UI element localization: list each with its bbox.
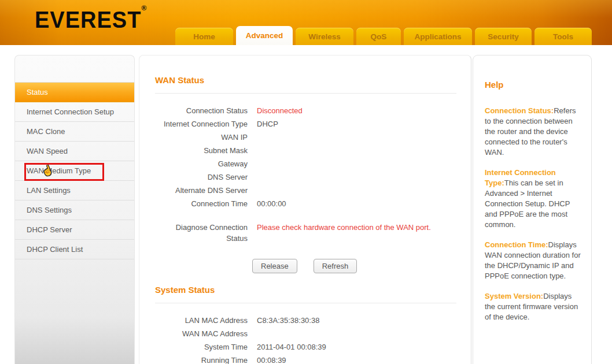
router-admin-page: EVEREST® Home Advanced Wireless QoS Appl…: [0, 0, 612, 364]
system-status-title: System Status: [155, 285, 456, 295]
sidebar-spacer: [15, 55, 134, 83]
tab-home[interactable]: Home: [175, 28, 233, 45]
help-entry-internet-connection-type: Internet Connection Type:This can be set…: [485, 168, 583, 230]
row-label: System Time: [155, 340, 248, 352]
tab-tools[interactable]: Tools: [534, 28, 592, 45]
header: EVEREST® Home Advanced Wireless QoS Appl…: [0, 0, 612, 45]
sidebar-item-lan-settings[interactable]: LAN Settings: [15, 181, 134, 200]
status-row-subnet-mask: Subnet Mask: [155, 144, 456, 157]
sidebar-item-wan-speed[interactable]: WAN Speed: [15, 142, 134, 161]
status-row-wan-mac: WAN MAC Address: [155, 327, 456, 340]
row-label: Internet Connection Type: [155, 117, 248, 129]
status-row-gateway: Gateway: [155, 157, 456, 170]
status-row-running-time: Running Time 00:08:39: [155, 354, 456, 364]
sidebar-item-status[interactable]: Status: [15, 83, 134, 102]
everest-logo: EVEREST®: [35, 3, 146, 34]
row-label: Subnet Mask: [155, 144, 248, 156]
diagnose-message: Please check hardware connection of the …: [257, 221, 431, 233]
help-entry-connection-status: Connection Status:Refers to the connecti…: [485, 106, 583, 158]
help-term: System Version:: [485, 292, 543, 300]
help-panel: Help Connection Status:Refers to the con…: [473, 55, 592, 364]
help-term: Connection Status:: [485, 106, 554, 115]
tab-qos[interactable]: QoS: [356, 28, 401, 45]
tab-applications[interactable]: Applications: [404, 28, 472, 45]
row-label: Running Time: [155, 354, 248, 364]
help-entry-system-version: System Version:Displays the current firm…: [485, 291, 583, 322]
sidebar: Status Internet Connection Setup MAC Clo…: [14, 55, 135, 364]
logo-text: EVEREST: [35, 6, 141, 32]
sidebar-item-mac-clone[interactable]: MAC Clone: [15, 122, 134, 142]
row-value: DHCP: [257, 117, 278, 129]
nav-tabs: Home Advanced Wireless QoS Applications …: [175, 26, 592, 45]
registered-mark: ®: [141, 3, 146, 12]
row-value: 2011-04-01 00:08:39: [257, 340, 326, 352]
row-label: Connection Time: [155, 197, 248, 209]
help-entry-connection-time: Connection Time:Displays WAN connection …: [485, 240, 583, 281]
row-value: C8:3A:35:38:30:38: [257, 314, 319, 326]
row-label: WAN MAC Address: [155, 327, 248, 339]
row-value: Disconnected: [257, 104, 303, 116]
divider: [155, 93, 456, 94]
row-value: 00:00:00: [257, 197, 286, 209]
status-row-alternate-dns-server: Alternate DNS Server: [155, 184, 456, 197]
main-content: WAN Status Connection Status Disconnecte…: [139, 55, 471, 364]
diagnose-connection-row: Diagnose Connection Status Please check …: [155, 221, 456, 244]
row-label: LAN MAC Address: [155, 314, 248, 326]
status-row-dns-server: DNS Server: [155, 170, 456, 184]
sidebar-item-wan-medium-type[interactable]: WAN Medium Type ☝: [15, 161, 134, 181]
help-term: Connection Time:: [485, 240, 548, 249]
highlight-box: [24, 163, 104, 181]
status-row-system-time: System Time 2011-04-01 00:08:39: [155, 340, 456, 354]
help-title: Help: [485, 80, 583, 90]
divider: [155, 303, 456, 303]
row-label: DNS Server: [155, 170, 248, 183]
wan-buttons: Release Refresh: [252, 259, 456, 273]
sidebar-item-dhcp-server[interactable]: DHCP Server: [15, 220, 134, 240]
row-value: 00:08:39: [257, 354, 286, 364]
status-row-connection-status: Connection Status Disconnected: [155, 104, 456, 117]
sidebar-item-dns-settings[interactable]: DNS Settings: [15, 200, 134, 220]
row-label: Alternate DNS Server: [155, 184, 248, 196]
refresh-button[interactable]: Refresh: [314, 259, 357, 273]
tab-security[interactable]: Security: [475, 28, 532, 45]
tab-wireless[interactable]: Wireless: [296, 28, 353, 45]
status-row-connection-time: Connection Time 00:00:00: [155, 197, 456, 210]
row-label: Connection Status: [155, 104, 248, 116]
row-label: Gateway: [155, 157, 248, 169]
wan-status-title: WAN Status: [155, 75, 456, 85]
diagnose-label: Diagnose Connection Status: [155, 221, 248, 244]
sidebar-item-internet-connection-setup[interactable]: Internet Connection Setup: [15, 102, 134, 122]
sidebar-item-dhcp-client-list[interactable]: DHCP Client List: [15, 240, 134, 259]
tab-advanced[interactable]: Advanced: [236, 26, 293, 45]
status-row-internet-connection-type: Internet Connection Type DHCP: [155, 117, 456, 131]
status-row-wan-ip: WAN IP: [155, 131, 456, 144]
row-label: WAN IP: [155, 131, 248, 143]
status-row-lan-mac: LAN MAC Address C8:3A:35:38:30:38: [155, 314, 456, 327]
release-button[interactable]: Release: [252, 259, 297, 273]
